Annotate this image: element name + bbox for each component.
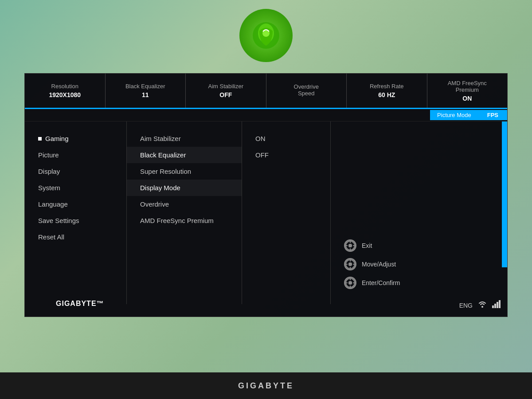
freesync-label: AMD FreeSyncPremium — [448, 80, 487, 93]
amd-freesync-submenu-label: AMD FreeSync Premium — [140, 217, 214, 224]
enter-confirm-label: Enter/Confirm — [362, 279, 400, 286]
control-exit: Exit — [344, 239, 494, 252]
option-off[interactable]: OFF — [242, 147, 330, 163]
display-mode-submenu-label: Display Mode — [140, 184, 180, 192]
picture-mode-bar: Picture Mode FPS — [25, 109, 507, 121]
save-settings-label: Save Settings — [38, 217, 79, 224]
language-indicator: ENG — [459, 302, 473, 309]
sidebar-item-reset-all[interactable]: Reset All — [25, 229, 126, 245]
options-column: ON OFF — [242, 121, 331, 304]
status-bar: Resolution 1920X1080 Black Equalizer 11 … — [25, 74, 507, 109]
gigabyte-logo — [239, 9, 293, 62]
move-adjust-icon — [344, 258, 356, 270]
sidebar-item-save-settings[interactable]: Save Settings — [25, 212, 126, 229]
black-equalizer-item: Black Equalizer 11 — [106, 74, 186, 108]
svg-rect-24 — [497, 302, 498, 308]
sidebar-item-system[interactable]: System — [25, 180, 126, 196]
reset-all-label: Reset All — [38, 233, 64, 241]
sidebar-item-gaming[interactable]: Gaming — [25, 130, 126, 147]
resolution-value: 1920X1080 — [49, 91, 81, 98]
monitor-brand-label: GIGABYTE — [238, 381, 294, 391]
freesync-value: ON — [462, 95, 472, 102]
svg-point-10 — [348, 262, 352, 266]
display-label: Display — [38, 168, 60, 175]
gaming-label: Gaming — [45, 135, 69, 142]
resolution-label: Resolution — [51, 83, 78, 90]
monitor-bezel: GIGABYTE — [0, 372, 532, 399]
svg-rect-22 — [492, 305, 494, 308]
submenu-overdrive[interactable]: Overdrive — [127, 196, 242, 212]
osd-brand: GIGABYTE™ — [56, 300, 104, 308]
system-label: System — [38, 184, 60, 192]
svg-point-21 — [481, 306, 483, 308]
freesync-item: AMD FreeSyncPremium ON — [427, 74, 508, 108]
aim-stabilizer-value: OFF — [219, 91, 232, 98]
aim-stabilizer-submenu-label: Aim Stabilizer — [140, 135, 181, 142]
aim-stabilizer-item: Aim Stabilizer OFF — [186, 74, 266, 108]
move-adjust-label: Move/Adjust — [362, 261, 396, 268]
signal-icon — [492, 300, 501, 310]
enter-confirm-icon — [344, 277, 356, 289]
control-enter-confirm: Enter/Confirm — [344, 277, 494, 289]
bottom-indicators: ENG — [459, 300, 501, 310]
option-off-label: OFF — [255, 151, 269, 159]
picture-mode-value: FPS — [478, 110, 507, 120]
submenu-amd-freesync[interactable]: AMD FreeSync Premium — [127, 212, 242, 229]
black-equalizer-submenu-label: Black Equalizer — [140, 151, 186, 159]
left-menu: Gaming Picture Display System Language S… — [25, 121, 127, 304]
svg-point-4 — [348, 244, 352, 247]
picture-label: Picture — [38, 151, 59, 159]
bullet-icon — [38, 137, 42, 141]
middle-menu: Aim Stabilizer Black Equalizer Super Res… — [127, 121, 242, 304]
sidebar-item-picture[interactable]: Picture — [25, 147, 126, 163]
svg-point-16 — [348, 281, 352, 285]
option-on-label: ON — [255, 135, 266, 142]
overdrive-label: OverdriveSpeed — [294, 83, 319, 97]
option-on[interactable]: ON — [242, 130, 330, 147]
submenu-display-mode[interactable]: Display Mode — [127, 180, 242, 196]
picture-mode-label: Picture Mode — [430, 110, 478, 120]
controls-column: Exit Move/Adjust — [331, 121, 507, 304]
sidebar-item-display[interactable]: Display — [25, 163, 126, 180]
svg-rect-23 — [494, 304, 496, 308]
osd-brand-label: GIGABYTE™ — [56, 300, 104, 307]
refresh-rate-label: Refresh Rate — [370, 83, 404, 90]
osd-panel: Resolution 1920X1080 Black Equalizer 11 … — [24, 73, 508, 317]
language-label: Language — [38, 200, 68, 208]
menu-area: Gaming Picture Display System Language S… — [25, 121, 507, 304]
scrollbar[interactable] — [502, 121, 507, 267]
control-move-adjust: Move/Adjust — [344, 258, 494, 270]
submenu-super-resolution[interactable]: Super Resolution — [127, 163, 242, 180]
submenu-black-equalizer[interactable]: Black Equalizer — [127, 147, 242, 163]
refresh-rate-value: 60 HZ — [378, 91, 395, 98]
resolution-item: Resolution 1920X1080 — [25, 74, 106, 108]
aim-stabilizer-label: Aim Stabilizer — [208, 83, 243, 90]
super-resolution-submenu-label: Super Resolution — [140, 168, 191, 175]
overdrive-item: OverdriveSpeed — [266, 74, 347, 108]
overdrive-submenu-label: Overdrive — [140, 200, 169, 208]
exit-icon — [344, 239, 356, 252]
svg-rect-25 — [499, 300, 501, 308]
refresh-rate-item: Refresh Rate 60 HZ — [347, 74, 427, 108]
sidebar-item-language[interactable]: Language — [25, 196, 126, 212]
black-equalizer-value: 11 — [142, 91, 149, 98]
exit-label: Exit — [362, 242, 372, 249]
wifi-icon — [477, 300, 488, 310]
submenu-aim-stabilizer[interactable]: Aim Stabilizer — [127, 130, 242, 147]
black-equalizer-label: Black Equalizer — [125, 83, 165, 90]
